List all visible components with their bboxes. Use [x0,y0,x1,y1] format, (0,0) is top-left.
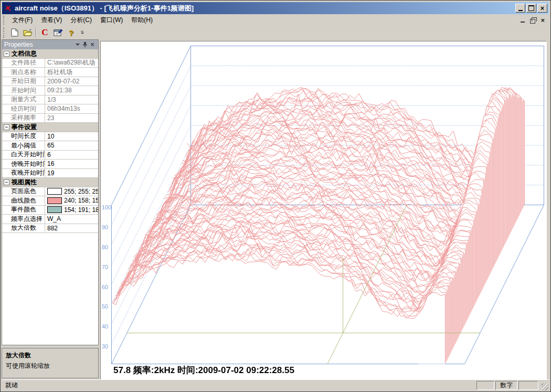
menubar-grip[interactable] [3,16,6,25]
property-row[interactable]: 最小阈值65 [2,141,98,151]
y-axis-tick-label: 60 [102,284,114,290]
open-folder-icon [23,29,33,36]
collapse-icon[interactable]: − [4,124,9,130]
property-row[interactable]: 放大倍数882 [2,224,98,234]
property-row[interactable]: 文件路径C:\awa6298\机场 [2,59,98,68]
color-value-text: 240; 158; 15 [64,197,98,204]
property-row[interactable]: 曲线颜色240; 158; 15 [2,196,98,206]
collapse-icon[interactable]: − [4,51,9,57]
color-value-text: 255; 255; 25 [64,188,98,195]
property-row[interactable]: 频率点选择W_A [2,215,98,224]
mdi-restore-icon[interactable] [530,19,535,24]
curve-color-swatch[interactable] [47,197,62,204]
title-bar[interactable]: aircraft noise（ISO3891） - [飞机噪声分析1-事件1频谱… [2,2,549,14]
status-message: 就绪 [2,381,476,390]
collapse-icon[interactable]: − [4,179,9,185]
page-color-swatch[interactable] [47,188,62,195]
property-row[interactable]: 经历时间06h34m13s [2,104,98,114]
properties-panel-title: Properties [4,41,74,48]
section-header-event-settings[interactable]: − 事件设置 [2,123,98,132]
properties-panel-header[interactable]: Properties × [2,40,98,49]
property-value[interactable]: 882 [45,224,98,233]
property-value[interactable]: 09:21:38 [45,86,98,95]
close-icon: × [541,5,544,12]
open-file-button[interactable] [22,27,34,38]
property-row[interactable]: 白天开始时间6 [2,151,98,160]
property-row[interactable]: 事件颜色154; 191; 18 [2,206,98,215]
minimize-button[interactable] [515,4,525,13]
menu-analysis[interactable]: 分析(C) [66,14,96,26]
property-row[interactable]: 傍晚开始时间16 [2,160,98,169]
property-row[interactable]: 开始时间09:21:38 [2,86,98,96]
section-title: 事件设置 [12,123,37,132]
status-cell-caps [476,381,494,390]
property-value[interactable]: W_A [45,215,98,224]
property-row[interactable]: 夜晚开始时间19 [2,169,98,178]
property-value[interactable]: 栎社机场 [45,68,98,77]
resize-grip-icon[interactable] [542,384,548,390]
mdi-window-controls: × [521,17,549,24]
property-label: 开始日期 [2,77,45,86]
menu-window[interactable]: 窗口(W) [96,14,127,26]
toolbar-overflow-button[interactable] [79,27,86,38]
mdi-close-icon[interactable]: × [541,17,545,24]
property-row[interactable]: 时间长度10 [2,132,98,142]
property-value[interactable]: 2009-07-02 [45,77,98,86]
property-value[interactable]: 06h34m13s [45,104,98,113]
property-value[interactable]: 65 [45,141,98,150]
property-value[interactable]: 255; 255; 25 [45,187,98,196]
property-value[interactable]: 240; 158; 15 [45,196,98,205]
menu-view[interactable]: 查看(V) [37,14,66,26]
property-row[interactable]: 开始日期2009-07-02 [2,77,98,87]
property-value[interactable]: 23 [45,114,98,123]
property-value[interactable]: 10 [45,132,98,141]
panel-pin-button[interactable] [81,41,89,48]
property-row[interactable]: 采样频率23 [2,114,98,123]
maximize-icon [528,5,534,11]
property-value[interactable]: 16 [45,160,98,168]
status-bar: 就绪 数字 [2,379,549,390]
toolbar-separator [36,28,37,37]
property-label: 测量方式 [2,96,45,104]
status-cell-scrl [518,381,538,390]
property-label: 曲线颜色 [2,196,45,205]
property-label: 最小阈值 [2,141,45,150]
panel-menu-button[interactable] [74,41,81,48]
mdi-minimize-icon[interactable] [521,22,525,23]
property-grid: − 文档信息 文件路径C:\awa6298\机场 测点名称栎社机场 开始日期20… [2,49,98,233]
properties-icon [54,29,62,37]
property-value[interactable]: 6 [45,151,98,160]
property-row[interactable]: 测量方式1/3 [2,96,98,105]
maximize-button[interactable] [526,4,536,13]
panel-close-button[interactable]: × [89,41,96,48]
section-header-document-info[interactable]: − 文档信息 [2,49,98,59]
property-label: 频率点选择 [2,215,45,224]
chevron-down-icon [81,33,84,34]
section-header-view-properties[interactable]: − 视图属性 [2,178,98,187]
description-text: 可使用滚轮缩放 [6,362,94,370]
y-axis-tick-label: 90 [102,224,114,230]
minimize-icon [518,10,523,11]
event-color-swatch[interactable] [47,206,62,213]
menu-help[interactable]: 帮助(H) [127,14,157,26]
property-row[interactable]: 页面底色255; 255; 25 [2,187,98,197]
close-button[interactable]: × [537,4,547,13]
spectrogram-chart[interactable]: 10090807060504030 57.8 频率:2kHz 时间:2009-0… [100,41,547,381]
property-value[interactable]: 1/3 [45,96,98,104]
menu-file[interactable]: 文件(F) [8,14,37,26]
section-title: 视图属性 [12,178,37,187]
new-file-button[interactable] [8,27,20,38]
properties-button[interactable] [52,27,64,38]
property-label: 傍晚开始时间 [2,160,45,168]
section-title: 文档信息 [12,49,37,58]
help-button[interactable]: ? [65,27,77,38]
calibration-button[interactable]: C [39,27,51,38]
property-description-box: 放大倍数 可使用滚轮缩放 [2,348,99,378]
waterfall-canvas[interactable] [101,41,546,380]
property-row[interactable]: 测点名称栎社机场 [2,68,98,77]
overflow-bar-icon [81,31,83,31]
property-value[interactable]: 19 [45,169,98,178]
toolbar-grip[interactable] [3,27,6,38]
property-value[interactable]: C:\awa6298\机场 [45,59,98,68]
property-value[interactable]: 154; 191; 18 [45,206,98,215]
